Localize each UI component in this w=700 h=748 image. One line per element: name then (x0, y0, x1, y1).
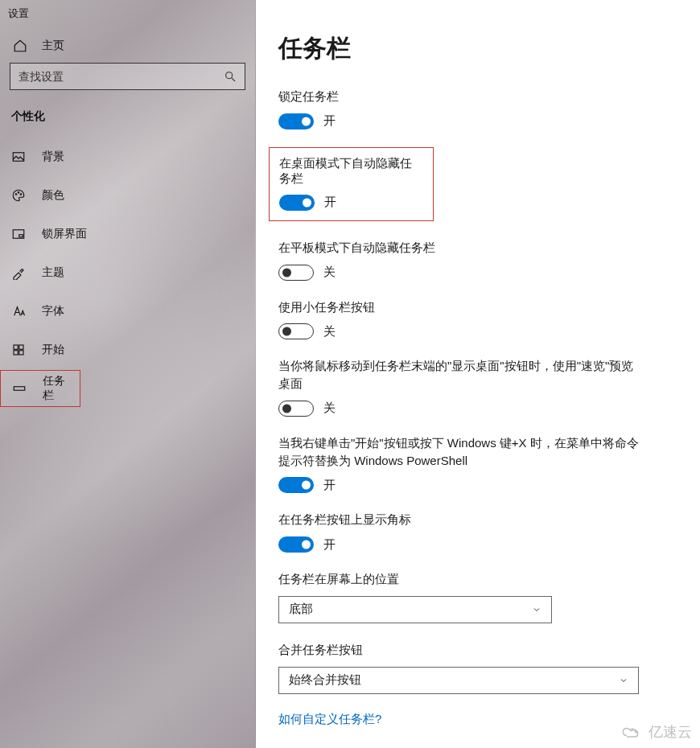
toggle-lock-taskbar[interactable] (278, 113, 314, 129)
settings-window: 设置 主页 个性化 背景 (0, 0, 700, 748)
setting-label: 任务栏在屏幕上的位置 (278, 570, 677, 588)
toggle-powershell[interactable] (278, 477, 314, 493)
svg-point-0 (226, 72, 233, 79)
sidebar-item-label: 颜色 (42, 188, 64, 203)
cloud-icon (620, 724, 644, 740)
svg-point-3 (15, 194, 17, 195)
search-input[interactable] (19, 70, 224, 83)
setting-label: 锁定任务栏 (278, 88, 677, 105)
toggle-state-label: 关 (323, 265, 336, 280)
watermark-text: 亿速云 (649, 722, 692, 742)
setting-label: 当我右键单击"开始"按钮或按下 Windows 键+X 时，在菜单中将命令提示符… (278, 434, 640, 470)
sidebar-item-label: 背景 (42, 150, 64, 164)
sidebar-item-label: 主题 (42, 265, 64, 280)
toggle-badges[interactable] (278, 536, 314, 553)
svg-point-4 (18, 192, 19, 194)
search-box[interactable] (10, 63, 245, 90)
sidebar-item-taskbar[interactable]: 任务栏 (0, 370, 80, 407)
svg-rect-8 (14, 345, 18, 349)
start-icon (11, 343, 26, 357)
sidebar-item-start[interactable]: 开始 (0, 331, 255, 368)
chevron-down-icon (532, 605, 541, 614)
sidebar-item-label: 开始 (42, 343, 64, 357)
toggle-state-label: 开 (323, 478, 336, 493)
search-icon (224, 70, 237, 83)
setting-autohide-desktop-highlight: 在桌面模式下自动隐藏任务栏 开 (269, 147, 434, 221)
dropdown-value: 底部 (289, 602, 313, 617)
page-title: 任务栏 (278, 32, 677, 65)
svg-rect-2 (13, 153, 24, 162)
watermark: 亿速云 (620, 722, 692, 742)
sidebar-home[interactable]: 主页 (0, 29, 255, 63)
font-icon (11, 304, 26, 319)
sidebar-item-label: 任务栏 (43, 374, 68, 403)
svg-rect-11 (19, 351, 23, 355)
sidebar-item-fonts[interactable]: 字体 (0, 293, 255, 330)
setting-label: 在任务栏按钮上显示角标 (278, 511, 677, 528)
setting-lock-taskbar: 锁定任务栏 开 (278, 88, 677, 129)
toggle-autohide-desktop[interactable] (279, 195, 315, 211)
toggle-state-label: 开 (323, 537, 336, 553)
toggle-state-label: 开 (324, 195, 336, 210)
svg-rect-10 (14, 351, 18, 355)
main-content: 任务栏 锁定任务栏 开 在桌面模式下自动隐藏任务栏 开 在平板模式下自动隐藏任务… (256, 0, 700, 748)
setting-badges: 在任务栏按钮上显示角标 开 (278, 511, 677, 553)
sidebar-item-label: 字体 (42, 304, 64, 319)
theme-icon (11, 265, 26, 280)
setting-small-buttons: 使用小任务栏按钮 关 (278, 298, 677, 340)
section-title: 个性化 (0, 105, 255, 138)
setting-label: 当你将鼠标移动到任务栏末端的"显示桌面"按钮时，使用"速览"预览桌面 (278, 357, 640, 392)
svg-point-5 (20, 194, 22, 195)
svg-rect-12 (14, 387, 25, 391)
setting-label: 在平板模式下自动隐藏任务栏 (278, 239, 677, 257)
sidebar-item-lockscreen[interactable]: 锁屏界面 (0, 216, 255, 253)
setting-powershell: 当我右键单击"开始"按钮或按下 Windows 键+X 时，在菜单中将命令提示符… (278, 434, 677, 494)
setting-label: 使用小任务栏按钮 (278, 298, 677, 316)
setting-label: 在桌面模式下自动隐藏任务栏 (279, 156, 423, 187)
sidebar-item-colors[interactable]: 颜色 (0, 177, 255, 214)
dropdown-combine-buttons[interactable]: 始终合并按钮 (278, 667, 639, 694)
toggle-peek-preview[interactable] (278, 401, 314, 417)
toggle-state-label: 开 (323, 113, 336, 129)
dropdown-taskbar-position[interactable]: 底部 (278, 596, 552, 623)
taskbar-icon (12, 381, 27, 396)
sidebar-item-themes[interactable]: 主题 (0, 254, 255, 291)
link-customize-taskbar[interactable]: 如何自定义任务栏? (278, 712, 677, 727)
setting-peek-preview: 当你将鼠标移动到任务栏末端的"显示桌面"按钮时，使用"速览"预览桌面 关 (278, 357, 677, 417)
sidebar-home-label: 主页 (42, 39, 64, 53)
svg-rect-9 (19, 345, 23, 349)
toggle-small-buttons[interactable] (278, 323, 314, 339)
sidebar-item-label: 锁屏界面 (42, 227, 87, 241)
setting-autohide-tablet: 在平板模式下自动隐藏任务栏 关 (278, 239, 677, 281)
palette-icon (11, 188, 26, 203)
chevron-down-icon (619, 676, 628, 685)
setting-combine-buttons: 合并任务栏按钮 始终合并按钮 (278, 641, 677, 694)
dropdown-value: 始终合并按钮 (289, 672, 361, 688)
lockscreen-icon (11, 227, 26, 241)
toggle-autohide-tablet[interactable] (278, 265, 314, 281)
toggle-state-label: 关 (323, 401, 336, 416)
picture-icon (11, 150, 26, 164)
setting-taskbar-position: 任务栏在屏幕上的位置 底部 (278, 570, 677, 623)
toggle-state-label: 关 (323, 324, 336, 339)
svg-line-1 (232, 78, 235, 81)
app-title: 设置 (0, 0, 255, 29)
sidebar: 设置 主页 个性化 背景 (0, 0, 256, 748)
svg-rect-7 (19, 235, 23, 237)
home-icon (13, 39, 27, 53)
setting-label: 合并任务栏按钮 (278, 641, 677, 659)
sidebar-item-background[interactable]: 背景 (0, 138, 255, 175)
